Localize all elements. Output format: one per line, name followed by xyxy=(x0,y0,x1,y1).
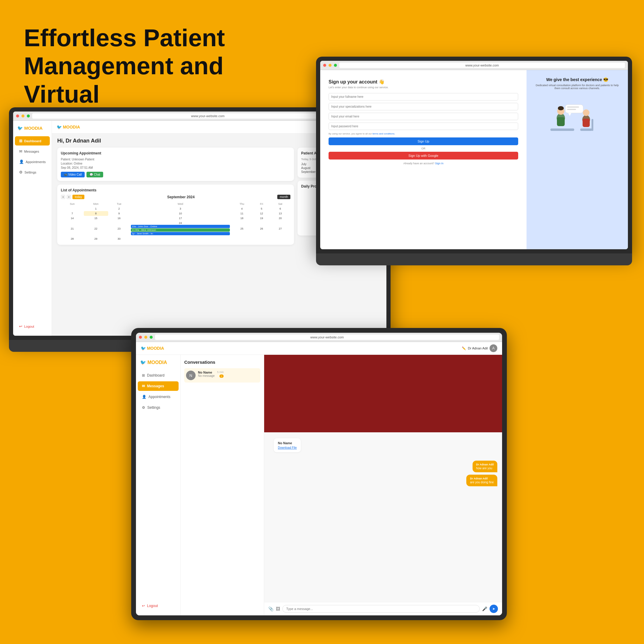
cal-cell[interactable]: 17 xyxy=(130,216,230,221)
cal-cell[interactable]: 23 xyxy=(108,221,130,236)
cal-cell[interactable] xyxy=(253,236,270,241)
cal-cell[interactable]: 21 xyxy=(61,221,84,236)
signin-prompt: Already have an account? Sign In xyxy=(329,162,518,165)
sidebar-label-messages-1: Messages xyxy=(24,150,39,153)
dot-green-3[interactable] xyxy=(150,336,153,339)
send-button[interactable]: ➤ xyxy=(490,605,498,613)
tablet-sidebar-logo: 🐦 MOODIA xyxy=(136,360,180,369)
cal-event-2[interactable]: 11:30a - Alice Johnson xyxy=(131,228,230,232)
cal-cell[interactable]: 30 xyxy=(108,236,130,241)
chat-input-bar: 📎 🖼 🎤 ➤ xyxy=(264,602,502,615)
activity-month-september: September xyxy=(301,170,316,174)
fullname-input[interactable] xyxy=(329,93,518,100)
sidebar-item-settings-1[interactable]: ⚙ Settings xyxy=(15,168,50,177)
signup-title: Sign up your account 👋 xyxy=(329,79,518,85)
cal-cell[interactable]: 20 xyxy=(270,216,290,221)
cal-event-1[interactable]: 10a - John Doe - Online xyxy=(131,225,230,228)
svg-point-6 xyxy=(558,106,564,110)
cal-day-fri: Fri xyxy=(253,202,270,206)
dot-green-2[interactable] xyxy=(334,64,337,67)
cal-cell[interactable]: 7 xyxy=(61,211,84,216)
chat-area: No Name Download File Dr Adnan Adil how … xyxy=(264,355,502,615)
signup-button[interactable]: Sign Up xyxy=(329,137,518,145)
cal-cell-today[interactable]: 8 xyxy=(84,211,108,216)
terms-link[interactable]: terms and conditions. xyxy=(372,132,395,135)
cal-cell[interactable]: 26 xyxy=(253,221,270,236)
cal-cell[interactable]: 18 xyxy=(231,216,253,221)
cal-cell[interactable] xyxy=(61,206,84,211)
cal-cell[interactable]: 27 xyxy=(270,221,290,236)
cal-cell[interactable] xyxy=(130,236,230,241)
cal-cell[interactable]: 16 xyxy=(108,216,130,221)
conv-item-noname[interactable]: N No Name No message 5 min 1 xyxy=(184,368,260,383)
signup-subtitle: Let's enter your data to continue using … xyxy=(329,86,518,89)
email-input[interactable] xyxy=(329,113,518,120)
image-icon-btn[interactable]: 🖼 xyxy=(276,606,280,611)
cal-cell[interactable]: 1 xyxy=(84,206,108,211)
cal-cell[interactable]: 9 xyxy=(108,211,130,216)
url-bar-2[interactable]: www.your-website.com xyxy=(339,63,625,68)
sidebar-item-messages-1[interactable]: ✉ Messages xyxy=(15,147,50,156)
tablet-dashboard-label: Dashboard xyxy=(147,373,165,377)
cal-cell[interactable]: 5 xyxy=(253,206,270,211)
tablet-sidebar-appointments[interactable]: 👤 Appointments xyxy=(138,392,179,402)
left-col-1: Upcoming Appointment Patient: Unknown Pa… xyxy=(57,148,294,245)
cal-cell[interactable]: 29 xyxy=(84,236,108,241)
cal-view-btn-1[interactable]: month xyxy=(277,195,290,199)
dot-yellow-2[interactable] xyxy=(329,64,332,67)
download-file-link[interactable]: Download File xyxy=(278,446,297,449)
dot-red-3[interactable] xyxy=(139,336,142,339)
chat-button-1[interactable]: 💬 Chat xyxy=(86,172,103,177)
dot-red-2[interactable] xyxy=(323,64,326,67)
dashboard-icon-1: ⊞ xyxy=(19,139,22,143)
cal-cell[interactable]: 4 xyxy=(231,206,253,211)
dot-green-1[interactable] xyxy=(27,114,30,117)
cal-next-1[interactable]: › xyxy=(66,195,71,199)
specialization-input[interactable] xyxy=(329,103,518,110)
tablet-sidebar-messages[interactable]: ✉ Messages xyxy=(138,381,179,391)
cal-cell[interactable]: 24 10a - John Doe - Online 11:30a - Alic… xyxy=(130,221,230,236)
attach-icon-btn[interactable]: 📎 xyxy=(268,606,273,611)
mic-icon-btn[interactable]: 🎤 xyxy=(482,606,487,611)
cal-prev-1[interactable]: ‹ xyxy=(61,195,65,199)
cal-cell[interactable]: 13 xyxy=(270,211,290,216)
tablet-messages-icon: ✉ xyxy=(142,384,145,388)
cal-cell[interactable]: 22 xyxy=(84,221,108,236)
signin-link[interactable]: Sign In xyxy=(435,162,443,165)
cal-cell[interactable] xyxy=(270,236,290,241)
tablet-sidebar-logout[interactable]: ↩ Logout xyxy=(138,601,179,611)
url-bar-3[interactable]: www.your-website.com xyxy=(155,335,499,340)
cal-cell[interactable]: 28 xyxy=(61,236,84,241)
tablet-sidebar-settings[interactable]: ⚙ Settings xyxy=(138,403,179,412)
cal-cell[interactable]: 19 xyxy=(253,216,270,221)
dot-yellow-1[interactable] xyxy=(21,114,24,117)
dot-yellow-3[interactable] xyxy=(144,336,147,339)
svg-rect-15 xyxy=(567,109,576,110)
sidebar-label-logout-1: Logout xyxy=(24,325,34,328)
dot-red-1[interactable] xyxy=(16,114,19,117)
cal-cell[interactable]: 11 xyxy=(231,211,253,216)
chat-input[interactable] xyxy=(282,605,480,613)
cal-cell[interactable]: 12 xyxy=(253,211,270,216)
cal-cell[interactable]: 10 xyxy=(130,211,230,216)
cal-cell[interactable] xyxy=(231,236,253,241)
password-input[interactable] xyxy=(329,123,518,130)
edit-icon-3: ✏️ xyxy=(462,346,466,350)
conv-msg-noname: No message xyxy=(198,374,215,377)
cal-cell[interactable]: 14 xyxy=(61,216,84,221)
cal-cell[interactable]: 2 xyxy=(108,206,130,211)
cal-event-3[interactable]: 1p - Jane Smith - In- xyxy=(131,232,230,235)
tablet-sidebar-dashboard[interactable]: ⊞ Dashboard xyxy=(138,371,179,380)
cal-cell[interactable]: 15 xyxy=(84,216,108,221)
google-signup-button[interactable]: Sign Up with Google xyxy=(329,152,518,160)
cal-cell[interactable]: 6 xyxy=(270,206,290,211)
laptop2-screen: www.your-website.com Sign up your accoun… xyxy=(320,61,628,249)
cal-today-btn-1[interactable]: today xyxy=(72,195,84,199)
topbar-brand-1: MOODIA xyxy=(63,125,80,129)
sidebar-item-appointments-1[interactable]: 👤 Appointments xyxy=(15,157,50,166)
sidebar-item-dashboard-1[interactable]: ⊞ Dashboard xyxy=(15,136,50,145)
video-call-button-1[interactable]: 📹 Video Call xyxy=(61,172,85,177)
cal-cell[interactable]: 25 xyxy=(231,221,253,236)
cal-cell[interactable]: 3 xyxy=(130,206,230,211)
sidebar-item-logout-1[interactable]: ↩ Logout xyxy=(15,322,50,331)
